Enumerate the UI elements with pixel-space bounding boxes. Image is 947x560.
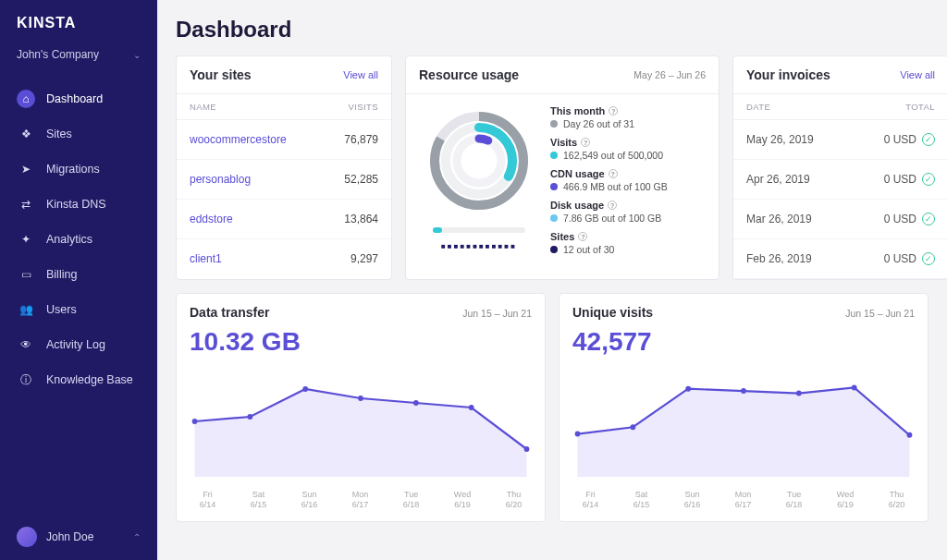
sidebar-item-migrations[interactable]: ➤Migrations [0,152,157,187]
chevron-down-icon: ⌄ [133,50,141,60]
check-icon: ✓ [922,133,935,146]
sites-icon: ❖ [17,125,35,143]
users-icon: 👥 [17,300,35,319]
help-icon[interactable]: ? [609,106,618,116]
metric-label: Sites [550,231,574,242]
nav-label: Billing [46,268,77,281]
table-row[interactable]: May 26, 20190 USD✓ [733,120,947,160]
usage-card-title: Resource usage [419,67,519,82]
disk-bar [433,227,525,233]
x-label: Fri6/14 [200,490,216,510]
sites-viewall-link[interactable]: View all [343,69,378,80]
table-row[interactable]: client19,297 [177,239,391,278]
nav-label: Dashboard [46,92,103,105]
nav-label: Activity Log [46,338,105,351]
invoice-date: May 26, 2019 [746,133,814,146]
col-date: DATE [746,102,770,112]
usage-donut-chart [424,105,535,216]
nav-label: Analytics [46,233,92,246]
site-link[interactable]: eddstore [190,213,233,225]
sidebar-item-dashboard[interactable]: ⌂Dashboard [0,81,157,116]
check-icon: ✓ [922,252,935,265]
billing-icon: ▭ [17,265,35,284]
sites-card: Your sites View all NAME VISITS woocomme… [176,55,392,280]
user-name: John Doe [46,530,93,543]
sidebar-item-knowledge-base[interactable]: ⓘKnowledge Base [0,362,157,397]
invoices-viewall-link[interactable]: View all [900,69,935,80]
check-icon: ✓ [922,173,935,186]
main-content: Dashboard Your sites View all NAME VISIT… [157,0,947,560]
metric-value: Day 26 out of 31 [563,118,634,129]
metric-value: 466.9 MB out of 100 GB [563,181,668,192]
site-link[interactable]: woocommercestore [190,133,287,146]
metric-cdn: CDN usage ?466.9 MB out of 100 GB [550,168,706,192]
site-visits: 76,879 [344,133,378,146]
transfer-card: Data transfer Jun 15 – Jun 21 10.32 GB F… [176,293,546,522]
svg-point-12 [524,446,530,452]
site-visits: 13,864 [344,213,378,225]
help-icon[interactable]: ? [581,138,590,147]
avatar [17,527,37,547]
site-link[interactable]: personablog [190,173,251,186]
x-label: Sun6/16 [684,490,701,510]
transfer-range: Jun 15 – Jun 21 [462,308,532,319]
legend-dot [550,152,558,159]
company-switcher[interactable]: John's Company ⌄ [0,39,157,76]
help-icon[interactable]: ? [578,232,587,241]
sidebar-item-users[interactable]: 👥Users [0,292,157,327]
site-link[interactable]: client1 [190,252,222,265]
brand-logo: KINSTA [0,0,157,39]
metric-month: This month ?Day 26 out of 31 [550,105,706,129]
invoice-total: 0 USD [884,213,916,225]
visits-chart: Fri6/14Sat6/15Sun6/16Mon6/17Tue6/18Wed6/… [560,357,928,521]
table-row[interactable]: woocommercestore76,879 [177,120,391,160]
user-menu[interactable]: John Doe ⌃ [0,514,157,560]
dashboard-icon: ⌂ [17,90,35,108]
x-label: Sun6/16 [301,490,318,510]
table-row[interactable]: eddstore13,864 [177,200,391,239]
nav-label: Migrations [46,163,100,176]
sidebar-item-activity-log[interactable]: 👁Activity Log [0,327,157,362]
svg-point-19 [907,432,913,438]
col-total: TOTAL [905,102,935,112]
page-title: Dashboard [176,17,929,43]
site-visits: 52,285 [344,173,378,186]
invoice-total: 0 USD [884,252,916,265]
nav-label: Knowledge Base [46,373,133,386]
x-label: Wed6/19 [454,490,471,510]
metric-label: Visits [550,137,577,148]
sidebar-item-sites[interactable]: ❖Sites [0,116,157,152]
metric-value: 162,549 out of 500,000 [563,150,663,161]
transfer-title: Data transfer [190,305,269,320]
sidebar-item-billing[interactable]: ▭Billing [0,257,157,292]
knowledge-base-icon: ⓘ [17,371,35,389]
table-row[interactable]: Mar 26, 20190 USD✓ [733,200,947,239]
svg-point-15 [685,386,691,392]
invoice-date: Apr 26, 2019 [746,173,810,186]
legend-dot [550,120,558,128]
nav-label: Sites [46,128,72,140]
table-row[interactable]: personablog52,285 [177,160,391,200]
invoice-total: 0 USD [884,133,916,146]
invoice-date: Mar 26, 2019 [746,213,812,225]
table-row[interactable]: Apr 26, 20190 USD✓ [733,160,947,200]
svg-point-11 [469,405,474,410]
sidebar-item-kinsta-dns[interactable]: ⇄Kinsta DNS [0,187,157,222]
x-label: Tue6/18 [403,490,420,510]
svg-point-18 [852,384,857,390]
table-row[interactable]: Feb 26, 20190 USD✓ [733,239,947,279]
transfer-value: 10.32 GB [177,323,545,357]
metric-label: Disk usage [550,200,604,211]
help-icon[interactable]: ? [608,201,617,210]
sidebar-item-analytics[interactable]: ✦Analytics [0,222,157,257]
metric-disk: Disk usage ?7.86 GB out of 100 GB [550,200,706,224]
svg-point-6 [192,419,198,424]
help-icon[interactable]: ? [609,169,618,178]
x-label: Thu6/20 [889,490,905,510]
metric-visits: Visits ?162,549 out of 500,000 [550,137,706,161]
legend-dot [550,183,558,190]
x-label: Mon6/17 [352,490,369,510]
x-label: Fri6/14 [583,490,599,510]
nav-label: Users [46,303,77,316]
invoice-date: Feb 26, 2019 [746,252,812,265]
